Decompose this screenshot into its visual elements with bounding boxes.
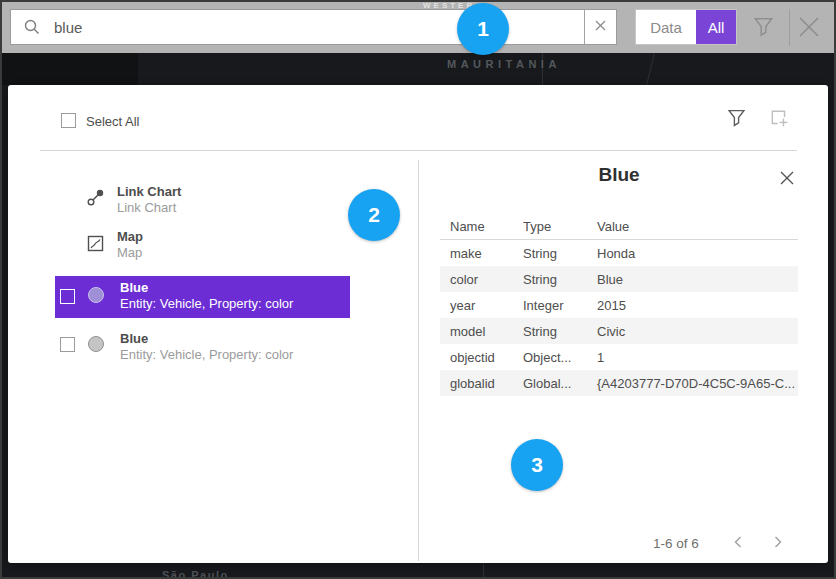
panel-filter-button[interactable]	[727, 108, 746, 128]
scope-toggle: Data All	[635, 9, 737, 45]
search-toolbar: Data All	[0, 0, 836, 53]
result-subtitle: Link Chart	[117, 200, 176, 215]
clear-x-icon	[594, 19, 607, 35]
attribute-row: year Integer 2015	[440, 292, 798, 318]
attr-type: Integer	[523, 298, 597, 313]
attribute-row: globalid Global... {A4203777-D70D-4C5C-9…	[440, 370, 798, 396]
filter-button[interactable]	[753, 16, 774, 38]
result-item-blue-selected[interactable]: Blue Entity: Vehicle, Property: color	[55, 276, 350, 318]
attr-value: {A4203777-D70D-4C5C-9A65-C...	[597, 376, 798, 391]
attr-type: Global...	[523, 376, 597, 391]
map-icon	[87, 235, 104, 252]
close-x-icon	[797, 15, 821, 39]
clear-search-button[interactable]	[584, 10, 616, 44]
column-header-type: Type	[523, 219, 597, 234]
link-chart-icon	[86, 187, 106, 207]
attr-value: Honda	[597, 246, 798, 261]
attr-name: color	[450, 272, 523, 287]
column-header-value: Value	[597, 219, 798, 234]
entity-circle-icon	[88, 287, 104, 303]
toolbar-divider	[789, 9, 790, 46]
filter-funnel-icon	[727, 108, 746, 128]
result-title: Link Chart	[117, 184, 181, 199]
select-all-checkbox[interactable]	[61, 113, 76, 128]
result-title: Blue	[120, 280, 148, 295]
result-title: Blue	[120, 331, 148, 346]
result-item-map[interactable]: Map Map	[85, 227, 385, 271]
result-title: Map	[117, 229, 143, 244]
attr-value: Civic	[597, 324, 798, 339]
filter-funnel-icon	[753, 16, 774, 38]
close-x-icon	[779, 170, 795, 188]
attr-name: globalid	[450, 376, 523, 391]
callout-1: 1	[457, 3, 509, 55]
callout-3: 3	[511, 439, 563, 491]
attr-type: String	[523, 272, 597, 287]
result-checkbox[interactable]	[60, 337, 75, 352]
attribute-table-header: Name Type Value	[440, 213, 798, 240]
pagination-next-button[interactable]	[768, 533, 788, 553]
result-subtitle: Map	[117, 245, 142, 260]
attribute-row: model String Civic	[440, 318, 798, 344]
detail-title: Blue	[440, 164, 798, 186]
scope-option-data[interactable]: Data	[636, 10, 696, 44]
column-header-name: Name	[450, 219, 523, 234]
attr-type: String	[523, 324, 597, 339]
attribute-row: color String Blue	[440, 266, 798, 292]
attr-value: 1	[597, 350, 798, 365]
scope-option-all[interactable]: All	[696, 10, 736, 44]
attr-name: year	[450, 298, 523, 313]
attribute-row: make String Honda	[440, 240, 798, 266]
entity-circle-icon	[88, 336, 104, 352]
pagination-range: 1-6 of 6	[653, 536, 699, 551]
close-detail-button[interactable]	[779, 170, 797, 188]
select-all-label[interactable]: Select All	[86, 114, 139, 129]
attr-value: Blue	[597, 272, 798, 287]
attr-type: String	[523, 246, 597, 261]
callout-2: 2	[348, 189, 400, 241]
map-label-mauritania: MAURITANIA	[447, 58, 561, 70]
result-checkbox[interactable]	[60, 289, 75, 304]
add-to-selection-button[interactable]	[769, 108, 789, 128]
screenshot-root: MAURITANIA WESTER São Paulo Data All	[0, 0, 836, 579]
map-label-sao-paulo: São Paulo	[162, 569, 229, 579]
attr-type: Object...	[523, 350, 597, 365]
attr-name: model	[450, 324, 523, 339]
search-icon	[24, 19, 40, 35]
attr-name: objectid	[450, 350, 523, 365]
attr-name: make	[450, 246, 523, 261]
panel-divider	[418, 160, 419, 561]
attribute-table: Name Type Value make String Honda color …	[440, 213, 798, 396]
attr-value: 2015	[597, 298, 798, 313]
result-item-link-chart[interactable]: Link Chart Link Chart	[85, 182, 385, 226]
chevron-right-icon	[772, 535, 784, 552]
header-separator	[40, 150, 797, 151]
close-search-button[interactable]	[797, 15, 821, 39]
add-to-selection-icon	[769, 108, 789, 128]
search-box[interactable]	[10, 9, 617, 45]
result-subtitle: Entity: Vehicle, Property: color	[120, 347, 293, 362]
result-item-blue[interactable]: Blue Entity: Vehicle, Property: color	[55, 328, 350, 368]
result-subtitle: Entity: Vehicle, Property: color	[120, 296, 293, 311]
chevron-left-icon	[732, 535, 744, 552]
map-boundary-line	[483, 563, 484, 579]
results-panel: Select All Link Chart Link Chart Map	[8, 85, 828, 563]
pagination-prev-button[interactable]	[728, 533, 748, 553]
attribute-row: objectid Object... 1	[440, 344, 798, 370]
map-boundary-line	[646, 53, 655, 84]
map-landmass	[0, 53, 138, 85]
